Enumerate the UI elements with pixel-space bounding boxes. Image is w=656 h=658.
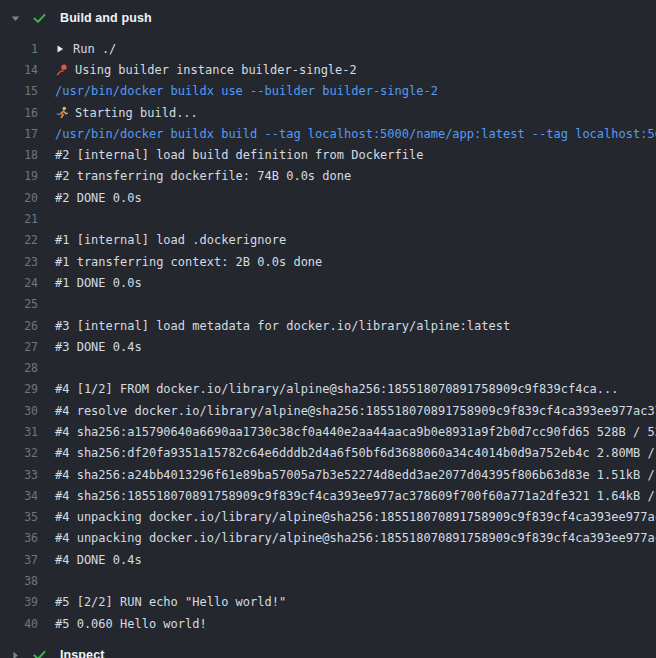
line-number-link[interactable]: 40 <box>12 617 38 631</box>
section-title: Build and push <box>60 11 152 25</box>
log-line: 37 #4 DONE 0.4s <box>0 549 656 570</box>
log-lines-build-and-push: 1 Run ./ 14 Using builder instance build… <box>0 38 656 634</box>
line-number-link[interactable]: 32 <box>12 446 38 460</box>
line-number-link[interactable]: 21 <box>12 212 38 226</box>
log-text: #1 [internal] load .dockerignore <box>55 233 286 247</box>
line-number-link[interactable]: 23 <box>12 255 38 269</box>
log-line: 29 #4 [1/2] FROM docker.io/library/alpin… <box>0 379 656 400</box>
log-line: 33 #4 sha256:a24bb4013296f61e89ba57005a7… <box>0 464 656 485</box>
log-text: Using builder instance builder-single-2 <box>75 63 357 77</box>
workflow-log-viewer: Build and push 1 Run ./ 14 Using builder… <box>0 0 656 658</box>
log-line: 24 #1 DONE 0.0s <box>0 272 656 293</box>
log-text: #4 unpacking docker.io/library/alpine@sh… <box>55 510 656 524</box>
log-line: 32 #4 sha256:df20fa9351a15782c64e6dddb2d… <box>0 443 656 464</box>
line-number-link[interactable]: 14 <box>12 63 38 77</box>
log-text: #3 [internal] load metadata for docker.i… <box>55 319 510 333</box>
line-number-link[interactable]: 17 <box>12 127 38 141</box>
line-number-link[interactable]: 22 <box>12 233 38 247</box>
log-text: #5 [2/2] RUN echo "Hello world!" <box>55 595 286 609</box>
log-line: 23 #1 transferring context: 2B 0.0s done <box>0 251 656 272</box>
log-line-command: 15 /usr/bin/docker buildx use --builder … <box>0 81 656 102</box>
line-number-link[interactable]: 24 <box>12 276 38 290</box>
log-text: #4 sha256:185518070891758909c9f839cf4ca3… <box>55 489 656 503</box>
log-text: #4 [1/2] FROM docker.io/library/alpine@s… <box>55 382 619 396</box>
log-line: 18 #2 [internal] load build definition f… <box>0 144 656 165</box>
line-number-link[interactable]: 38 <box>12 574 38 588</box>
line-number-link[interactable]: 26 <box>12 319 38 333</box>
log-line: 19 #2 transferring dockerfile: 74B 0.0s … <box>0 166 656 187</box>
log-line-empty: 25 <box>0 294 656 315</box>
section-title: Inspect <box>60 648 104 658</box>
log-text: #4 sha256:df20fa9351a15782c64e6dddb2d4a6… <box>55 446 656 460</box>
log-line: 34 #4 sha256:185518070891758909c9f839cf4… <box>0 485 656 506</box>
line-number-link[interactable]: 34 <box>12 489 38 503</box>
log-line-empty: 21 <box>0 208 656 229</box>
runner-icon <box>55 106 69 120</box>
pushpin-icon <box>55 63 69 77</box>
line-number-link[interactable]: 30 <box>12 404 38 418</box>
line-number-link[interactable]: 20 <box>12 191 38 205</box>
log-line: 20 #2 DONE 0.0s <box>0 187 656 208</box>
section-header-build-and-push[interactable]: Build and push <box>0 5 656 31</box>
log-text: Run ./ <box>73 42 116 56</box>
log-text: #4 unpacking docker.io/library/alpine@sh… <box>55 531 656 545</box>
log-line: 26 #3 [internal] load metadata for docke… <box>0 315 656 336</box>
line-number-link[interactable]: 1 <box>12 42 38 56</box>
log-text: Starting build... <box>75 106 198 120</box>
check-success-icon <box>32 11 47 26</box>
line-number-link[interactable]: 16 <box>12 106 38 120</box>
line-number-link[interactable]: 15 <box>12 84 38 98</box>
line-number-link[interactable]: 28 <box>12 361 38 375</box>
line-number-link[interactable]: 19 <box>12 169 38 183</box>
log-line-command: 17 /usr/bin/docker buildx build --tag lo… <box>0 123 656 144</box>
line-number-link[interactable]: 39 <box>12 595 38 609</box>
check-success-icon <box>32 648 47 658</box>
chevron-down-icon[interactable] <box>10 13 21 24</box>
log-text: #4 sha256:a24bb4013296f61e89ba57005a7b3e… <box>55 468 656 482</box>
log-text: #5 0.060 Hello world! <box>55 617 207 631</box>
log-text: #3 DONE 0.4s <box>55 340 142 354</box>
chevron-right-icon[interactable] <box>10 650 21 658</box>
line-number-link[interactable]: 31 <box>12 425 38 439</box>
log-text: #4 sha256:a15790640a6690aa1730c38cf0a440… <box>55 425 656 439</box>
log-text: #2 DONE 0.0s <box>55 191 142 205</box>
line-number-link[interactable]: 25 <box>12 297 38 311</box>
log-line: 16 Starting build... <box>0 102 656 123</box>
log-line: 39 #5 [2/2] RUN echo "Hello world!" <box>0 592 656 613</box>
log-line-empty: 28 <box>0 357 656 378</box>
log-text: /usr/bin/docker buildx build --tag local… <box>55 127 656 141</box>
log-text: #2 [internal] load build definition from… <box>55 148 423 162</box>
log-line-empty: 38 <box>0 570 656 591</box>
log-text: #1 DONE 0.0s <box>55 276 142 290</box>
line-number-link[interactable]: 18 <box>12 148 38 162</box>
log-line: 36 #4 unpacking docker.io/library/alpine… <box>0 528 656 549</box>
log-text: #1 transferring context: 2B 0.0s done <box>55 255 322 269</box>
play-caret-icon[interactable] <box>55 43 65 55</box>
log-line: 31 #4 sha256:a15790640a6690aa1730c38cf0a… <box>0 421 656 442</box>
line-number-link[interactable]: 33 <box>12 468 38 482</box>
log-line: 40 #5 0.060 Hello world! <box>0 613 656 634</box>
line-number-link[interactable]: 29 <box>12 382 38 396</box>
log-line: 1 Run ./ <box>0 38 656 59</box>
log-line: 35 #4 unpacking docker.io/library/alpine… <box>0 507 656 528</box>
line-number-link[interactable]: 37 <box>12 553 38 567</box>
log-line: 27 #3 DONE 0.4s <box>0 336 656 357</box>
log-line: 30 #4 resolve docker.io/library/alpine@s… <box>0 400 656 421</box>
line-number-link[interactable]: 27 <box>12 340 38 354</box>
log-line: 14 Using builder instance builder-single… <box>0 59 656 80</box>
log-text: #4 DONE 0.4s <box>55 553 142 567</box>
line-number-link[interactable]: 36 <box>12 531 38 545</box>
log-text: #2 transferring dockerfile: 74B 0.0s don… <box>55 169 351 183</box>
log-line: 22 #1 [internal] load .dockerignore <box>0 230 656 251</box>
log-text: /usr/bin/docker buildx use --builder bui… <box>55 84 438 98</box>
section-header-inspect[interactable]: Inspect <box>0 642 656 658</box>
line-number-link[interactable]: 35 <box>12 510 38 524</box>
log-text: #4 resolve docker.io/library/alpine@sha2… <box>55 404 656 418</box>
